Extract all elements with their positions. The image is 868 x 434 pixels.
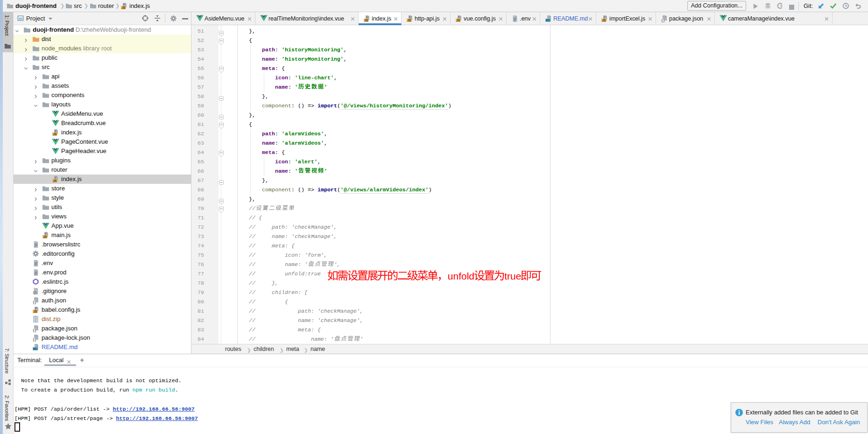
svg-text:JS: JS xyxy=(33,310,37,313)
svg-text:MD: MD xyxy=(546,19,550,22)
svg-text:{}: {} xyxy=(33,329,36,332)
svg-text:MD: MD xyxy=(33,347,38,350)
svg-text:JS: JS xyxy=(53,133,57,136)
svg-text:JS: JS xyxy=(43,235,47,238)
svg-text:JS: JS xyxy=(53,179,57,182)
svg-text:JS: JS xyxy=(364,19,368,22)
svg-text:JS: JS xyxy=(602,19,606,22)
svg-text:JS: JS xyxy=(121,6,126,9)
svg-text:JS: JS xyxy=(456,19,460,22)
svg-text:{}: {} xyxy=(33,338,36,342)
svg-text:{}: {} xyxy=(33,301,36,304)
svg-text:{}: {} xyxy=(661,19,665,22)
svg-text:JS: JS xyxy=(407,19,411,22)
